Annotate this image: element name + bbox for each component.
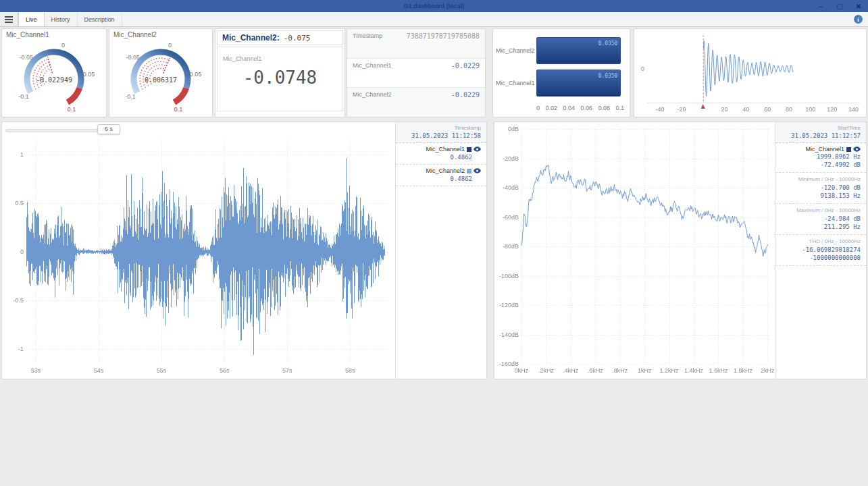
gauge1-dial: -0.1-0.0500.050.1-0.022949: [2, 38, 106, 115]
bar-row: Mic_Channel2 0.0350: [496, 37, 623, 64]
legend-entry-mic-channel1[interactable]: Mic_Channel1 0.4862: [396, 143, 486, 165]
bar-chart-widget: Mic_Channel2 0.0350 Mic_Channel1 0.0350 …: [492, 28, 630, 117]
gauge-widget-2: Mic_Channel2 -0.1-0.0500.050.10.006317: [109, 28, 213, 117]
value-widget-header: Mic_Channel2: -0.075: [217, 30, 343, 45]
eye-icon[interactable]: [474, 146, 481, 152]
waveform-canvas[interactable]: [2, 122, 396, 379]
tab-description[interactable]: Description: [78, 12, 122, 26]
value-header-label: Mic_Channel2:: [222, 33, 280, 43]
table-row: Timestamp 738871978719785088: [347, 29, 485, 59]
gauge2-title: Mic_Channel2: [113, 31, 157, 38]
bar-chart-area: Mic_Channel2 0.0350 Mic_Channel1 0.0350: [496, 37, 623, 97]
svg-text:-0.05: -0.05: [19, 54, 33, 61]
fft-stat-maximum: Maximum / 0Hz - 10000Hz -24.984 dB 211.2…: [775, 204, 866, 235]
svg-text:-0.1: -0.1: [125, 93, 136, 100]
bar-row: Mic_Channel1 0.0350: [496, 70, 623, 97]
svg-text:0.05: 0.05: [190, 71, 202, 78]
menu-icon: [5, 16, 13, 18]
impulse-chart-canvas[interactable]: [635, 30, 865, 116]
waveform-legend-header: Timestamp 31.05.2023 11:12:58: [396, 122, 486, 143]
fft-panel: StartTime 31.05.2023 11:12:57 Mic_Channe…: [494, 122, 867, 379]
info-icon[interactable]: i: [854, 15, 863, 24]
tab-live[interactable]: Live: [18, 12, 45, 26]
title-bar: G1.dashboard (local) – ▢ ✕: [0, 0, 868, 12]
tab-history[interactable]: History: [45, 12, 78, 26]
value-header-value: -0.075: [284, 34, 311, 43]
table-row: Mic_Channel2 -0.0229: [347, 88, 485, 117]
bar-mic-channel1: 0.0350: [536, 70, 621, 97]
impulse-chart-widget: [634, 28, 867, 117]
fft-legend: StartTime 31.05.2023 11:12:57 Mic_Channe…: [775, 122, 866, 379]
eye-icon[interactable]: [474, 168, 481, 173]
fft-stat-minimum: Minimum / 0Hz - 10000Hz -120.700 dB 9138…: [775, 173, 866, 204]
svg-text:0.05: 0.05: [83, 71, 95, 78]
widget-row: Mic_Channel1 -0.1-0.0500.050.1-0.022949 …: [1, 28, 867, 117]
value-big-number: -0.0748: [223, 68, 337, 88]
value-widget-body: Mic_Channel1 -0.0748: [217, 47, 343, 111]
chart-row: 6 s Timestamp 31.05.2023 11:12:58 Mic_Ch…: [1, 122, 867, 379]
channel2-swatch: [467, 169, 471, 173]
gauge1-title: Mic_Channel1: [6, 31, 49, 38]
gauge2-dial: -0.1-0.0500.050.10.006317: [109, 38, 212, 115]
legend-entry-mic-channel1[interactable]: Mic_Channel1 1999.8962 Hz -72.4992 dB: [775, 143, 866, 173]
gauge-widget-1: Mic_Channel1 -0.1-0.0500.050.1-0.022949: [1, 28, 107, 117]
svg-text:-0.022949: -0.022949: [36, 76, 72, 84]
svg-text:-0.1: -0.1: [18, 93, 29, 100]
legend-entry-mic-channel2[interactable]: Mic_Channel2 0.4862: [396, 165, 486, 186]
svg-text:0.006317: 0.006317: [145, 76, 177, 84]
channel1-swatch: [846, 147, 851, 152]
table-row: Mic_Channel1 -0.0229: [347, 59, 485, 88]
fft-stat-thd: THD / 0Hz - 10000Hz -16.069829818274 -10…: [775, 235, 866, 266]
channel1-swatch: [467, 147, 471, 152]
bar-mic-channel2: 0.0350: [536, 37, 621, 64]
window-title: G1.dashboard (local): [0, 3, 868, 9]
svg-text:0.1: 0.1: [68, 106, 76, 113]
menu-button[interactable]: [0, 12, 18, 26]
svg-text:0.1: 0.1: [174, 106, 183, 113]
eye-icon[interactable]: [853, 146, 861, 152]
window-controls: – ▢ ✕: [811, 0, 868, 12]
svg-text:0: 0: [61, 42, 65, 49]
toolbar: Live History Description i: [0, 12, 868, 27]
time-slider[interactable]: 6 s: [5, 124, 120, 136]
maximize-button[interactable]: ▢: [830, 0, 849, 12]
waveform-panel: 6 s Timestamp 31.05.2023 11:12:58 Mic_Ch…: [1, 122, 487, 379]
table-widget: Timestamp 738871978719785088 Mic_Channel…: [347, 28, 486, 117]
waveform-legend: Timestamp 31.05.2023 11:12:58 Mic_Channe…: [395, 122, 486, 379]
minimize-button[interactable]: –: [811, 0, 830, 12]
bar-chart-x-axis: 0 0.02 0.04 0.06 0.08 0.1: [536, 105, 624, 111]
svg-text:0: 0: [168, 42, 172, 49]
fft-legend-header: StartTime 31.05.2023 11:12:57: [775, 122, 866, 143]
value-channel-label: Mic_Channel1: [223, 55, 337, 62]
close-button[interactable]: ✕: [849, 0, 868, 12]
fft-canvas[interactable]: [494, 122, 775, 379]
value-widget: Mic_Channel2: -0.075 Mic_Channel1 -0.074…: [215, 28, 345, 117]
svg-text:-0.05: -0.05: [126, 54, 140, 61]
time-slider-handle[interactable]: 6 s: [97, 124, 120, 134]
